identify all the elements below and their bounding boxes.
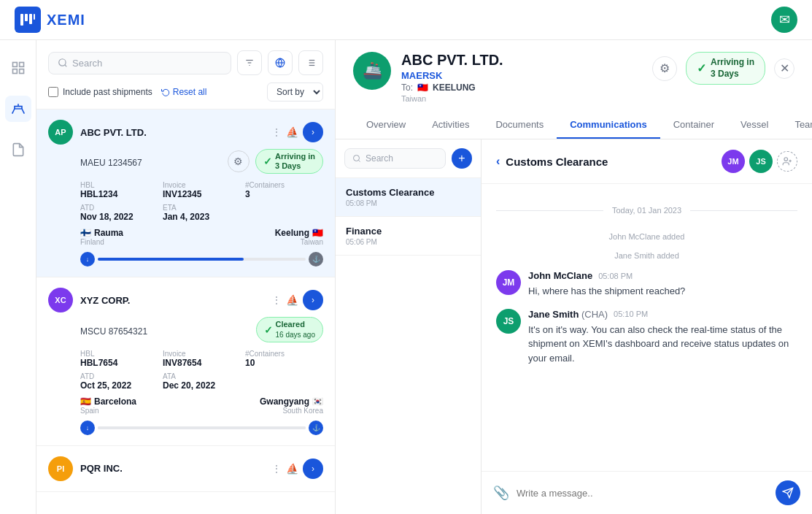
chat-input[interactable] [517, 488, 768, 499]
divider-line-left [496, 210, 603, 211]
progress-track-1 [98, 258, 306, 261]
nav-btn-2[interactable]: › [303, 290, 323, 310]
containers-value-1: 3 [245, 189, 323, 199]
notification-button[interactable]: ✉ [771, 7, 797, 33]
detail-arriving-badge: ✓ Arriving in3 Days [686, 52, 765, 85]
include-past-shipments-checkbox[interactable] [48, 87, 58, 97]
msg-avatar-2: JS [496, 309, 521, 334]
sidebar-icons [0, 40, 36, 514]
system-msg-2: Jane Smith added [496, 251, 797, 260]
conversations-list: Search + Customs Clearance 05:08 PM Fina… [336, 139, 482, 514]
route-from-2: 🇪🇸Barcelona Spain [80, 396, 136, 415]
chat-avatar-jm: JM [722, 150, 745, 173]
message-2: JS Jane Smith (CHA) 05:10 PM It's on it'… [496, 309, 797, 366]
filter-button[interactable] [237, 50, 262, 75]
conv-time-2: 05:06 PM [346, 238, 471, 246]
chat-back-button[interactable]: ‹ [496, 155, 500, 168]
svg-rect-2 [29, 14, 32, 24]
navbar-right: ✉ [771, 7, 797, 33]
msg-name-2: Jane Smith (CHA) [528, 309, 608, 320]
tab-activities[interactable]: Activities [419, 112, 482, 139]
divider-line-right [690, 210, 797, 211]
svg-line-22 [358, 160, 360, 161]
sidebar-icon-document[interactable] [5, 137, 31, 163]
conv-search-placeholder: Search [366, 153, 393, 164]
tab-container[interactable]: Container [660, 112, 727, 139]
msg-role-2: (CHA) [581, 309, 608, 320]
destination-city: KEELUNG [433, 83, 476, 93]
sidebar-icon-ship[interactable] [5, 96, 31, 122]
globe-button[interactable] [268, 50, 293, 75]
search-placeholder: Search [72, 58, 102, 69]
tab-vessel[interactable]: Vessel [727, 112, 781, 139]
to-country-1: Taiwan [275, 238, 323, 246]
send-button[interactable] [776, 480, 800, 505]
tab-documents[interactable]: Documents [482, 112, 557, 139]
main-content: Search Include past shipments [0, 40, 812, 514]
include-past-shipments-label[interactable]: Include past shipments [48, 87, 152, 97]
card-details-2: HBL HBL7654 Invoice INV87654 #Containers… [80, 350, 323, 368]
svg-rect-6 [12, 69, 17, 74]
list-button[interactable] [298, 50, 323, 75]
ship-action-icon-3[interactable]: ⛵ [286, 463, 298, 475]
more-icon-1[interactable]: ⋮ [271, 126, 282, 138]
msg-content-1: John McClane 05:08 PM Hi, where has the … [528, 270, 797, 299]
conversation-item-2[interactable]: Finance 05:06 PM [336, 217, 481, 256]
msg-content-2: Jane Smith (CHA) 05:10 PM It's on it's w… [528, 309, 797, 366]
status-badge-1: ✓ Arriving in3 Days [255, 149, 323, 174]
ship-action-icon-2[interactable]: ⛵ [286, 294, 298, 306]
card-dates-1: ATD Nov 18, 2022 ETA Jan 4, 2023 [80, 204, 323, 222]
add-member-button[interactable] [777, 151, 797, 172]
card-actions-2: ⋮ ⛵ › [271, 290, 323, 310]
nav-btn-3[interactable]: › [303, 459, 323, 479]
ship-action-icon-1[interactable]: ⛵ [286, 126, 298, 138]
shipments-list: AP ABC PVT. LTD. ⋮ ⛵ › MAEU 1234567 ⚙ ✓ [36, 110, 335, 514]
gear-badge-1[interactable]: ⚙ [228, 150, 250, 172]
attach-button[interactable]: 📎 [493, 485, 509, 501]
tab-team[interactable]: Team [781, 112, 812, 139]
maeu-number-1: MAEU 1234567 [80, 158, 142, 168]
maeu-number-2: MSCU 87654321 [80, 326, 147, 337]
shipment-card-1[interactable]: AP ABC PVT. LTD. ⋮ ⛵ › MAEU 1234567 ⚙ ✓ [36, 110, 335, 277]
sort-select[interactable]: Sort by [267, 83, 323, 101]
atd-value-1: Nov 18, 2022 [80, 212, 158, 222]
progress-bar-2: ↓ ⚓ [80, 421, 323, 435]
svg-rect-4 [12, 63, 17, 67]
detail-top: 🚢 ABC PVT. LTD. MAERSK To: 🇹🇼 KEELUNG Ta… [353, 52, 794, 103]
add-conversation-button[interactable]: + [452, 148, 472, 169]
shipment-card-2[interactable]: XC XYZ CORP. ⋮ ⛵ › MSCU 87654321 ✓ Clear… [36, 277, 335, 445]
msg-time-2: 05:10 PM [614, 310, 648, 318]
company-avatar-3: PI [48, 456, 73, 481]
progress-start-dot-2: ↓ [80, 421, 95, 435]
conv-search-input[interactable]: Search [344, 148, 446, 169]
route-to-1: Keelung🇹🇼 Taiwan [275, 228, 323, 246]
company-detail-line: MAERSK [401, 70, 503, 81]
company-name-3: PQR INC. [80, 463, 264, 474]
sidebar-icon-grid[interactable] [5, 55, 31, 81]
progress-track-2 [98, 426, 306, 429]
detail-panel: 🚢 ABC PVT. LTD. MAERSK To: 🇹🇼 KEELUNG Ta… [336, 40, 812, 514]
detail-body: Search + Customs Clearance 05:08 PM Fina… [336, 139, 812, 514]
reset-button[interactable]: Reset all [161, 87, 207, 97]
from-city-1: 🇫🇮Rauma [80, 228, 123, 238]
progress-bar-1: ↓ ⚓ [80, 252, 323, 266]
destination-to: To: [401, 83, 413, 93]
detail-close-button[interactable]: ✕ [774, 58, 794, 79]
nav-btn-1[interactable]: › [303, 122, 323, 142]
chat-area: ‹ Customs Clearance JM JS Today, 01 [482, 139, 812, 514]
conversation-item-1[interactable]: Customs Clearance 05:08 PM [336, 178, 481, 217]
tab-overview[interactable]: Overview [353, 112, 419, 139]
tab-communications[interactable]: Communications [557, 112, 660, 139]
more-icon-3[interactable]: ⋮ [271, 463, 282, 475]
company-name-1: ABC PVT. LTD. [80, 127, 264, 138]
ship-detail-avatar: 🚢 [353, 52, 391, 90]
chat-avatar-js: JS [749, 150, 773, 173]
detail-settings-button[interactable]: ⚙ [652, 56, 677, 81]
shipment-card-3[interactable]: PI PQR INC. ⋮ ⛵ › [36, 446, 335, 492]
date-divider: Today, 01 Jan 2023 [496, 206, 797, 215]
invoice-label-1: Invoice [163, 181, 241, 189]
more-icon-2[interactable]: ⋮ [271, 294, 282, 306]
search-box[interactable]: Search [48, 52, 231, 74]
atd-label-1: ATD [80, 204, 158, 212]
ship-info: 🚢 ABC PVT. LTD. MAERSK To: 🇹🇼 KEELUNG Ta… [353, 52, 503, 103]
